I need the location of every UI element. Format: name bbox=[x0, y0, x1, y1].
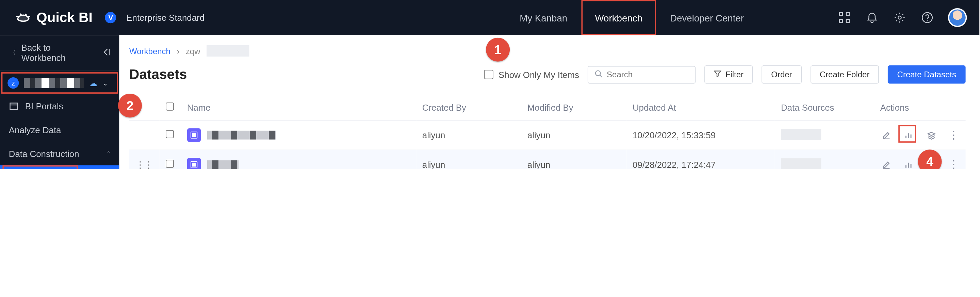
workspace-badge-icon: z bbox=[8, 77, 19, 89]
col-modified-by: Modified By bbox=[521, 95, 626, 121]
back-to-workbench[interactable]: 〈 Back to Workbench bbox=[0, 35, 119, 71]
datasets-table: Name Created By Modified By Updated At D… bbox=[129, 95, 966, 169]
chevron-left-icon: 〈 bbox=[9, 47, 16, 58]
create-folder-button[interactable]: Create Folder bbox=[810, 65, 879, 84]
filter-button[interactable]: Filter bbox=[705, 65, 753, 84]
brand-logo: Quick BI bbox=[15, 10, 92, 26]
svg-point-5 bbox=[922, 13, 932, 23]
cell-created-by: aliyun bbox=[416, 120, 521, 150]
chart-icon[interactable] bbox=[903, 129, 914, 141]
cell-data-source bbox=[781, 158, 821, 169]
sidebar: 〈 Back to Workbench z ☁ ⌄ 2 BI Portals A… bbox=[0, 35, 119, 169]
cell-data-source bbox=[781, 128, 821, 140]
dataset-name bbox=[207, 131, 276, 140]
annotation-bubble-1: 1 bbox=[486, 38, 510, 62]
svg-point-4 bbox=[898, 16, 901, 19]
more-icon[interactable]: ⋮ bbox=[948, 129, 959, 141]
search-input[interactable] bbox=[607, 70, 689, 79]
edit-icon[interactable] bbox=[880, 159, 891, 169]
svg-rect-1 bbox=[846, 13, 850, 16]
breadcrumb-current-prefix: zqw bbox=[186, 46, 200, 56]
back-label: Back to Workbench bbox=[21, 43, 97, 63]
sidebar-collapse-icon[interactable] bbox=[102, 47, 111, 58]
dataset-row-icon bbox=[187, 158, 201, 169]
svg-rect-14 bbox=[192, 133, 196, 137]
chevron-up-icon: ˄ bbox=[107, 150, 111, 158]
more-icon[interactable]: ⋮ bbox=[948, 159, 959, 169]
col-created-by: Created By bbox=[416, 95, 521, 121]
search-icon bbox=[595, 69, 603, 80]
dataset-name bbox=[207, 160, 239, 169]
page-head: Datasets Show Only My Items Filter Order… bbox=[129, 60, 966, 95]
col-name: Name bbox=[181, 95, 416, 121]
filter-icon bbox=[714, 70, 722, 79]
svg-point-12 bbox=[596, 70, 601, 76]
sidebar-group-data-construction[interactable]: Data Construction ˄ bbox=[0, 141, 119, 165]
brand: Quick BI V Enterprise Standard bbox=[15, 10, 205, 26]
header-right bbox=[837, 8, 967, 27]
create-datasets-button[interactable]: Create Datasets bbox=[888, 65, 966, 84]
svg-rect-2 bbox=[840, 19, 843, 22]
row-checkbox[interactable] bbox=[166, 130, 174, 138]
sidebar-item-datasets[interactable]: Datasets bbox=[0, 165, 119, 169]
tier-badge-icon: V bbox=[105, 12, 116, 23]
cell-modified-by: aliyun bbox=[521, 120, 626, 150]
apps-grid-icon[interactable] bbox=[837, 11, 851, 24]
page-toolbar: Show Only My Items Filter Order Create F… bbox=[484, 65, 966, 84]
workspace-name bbox=[24, 78, 84, 88]
avatar[interactable] bbox=[948, 8, 967, 27]
dataset-row-icon bbox=[187, 128, 201, 142]
drag-handle-icon[interactable]: ⋮⋮ bbox=[136, 160, 153, 169]
edit-icon[interactable] bbox=[880, 129, 891, 141]
cell-updated-at: 09/28/2022, 17:24:47 bbox=[626, 150, 775, 169]
help-icon[interactable] bbox=[920, 11, 934, 24]
nav-workbench[interactable]: Workbench bbox=[581, 0, 656, 35]
show-only-mine-checkbox[interactable]: Show Only My Items bbox=[484, 69, 579, 80]
chevron-right-icon: › bbox=[177, 46, 179, 56]
annotation-bubble-2: 2 bbox=[118, 94, 142, 118]
workspace-switcher[interactable]: z ☁ ⌄ bbox=[0, 71, 119, 95]
col-actions: Actions bbox=[874, 95, 966, 121]
sidebar-item-bi-portals[interactable]: BI Portals bbox=[0, 95, 119, 118]
cell-updated-at: 10/20/2022, 15:33:59 bbox=[626, 120, 775, 150]
portal-icon bbox=[9, 101, 19, 111]
annotation-box-3 bbox=[2, 165, 78, 169]
cell-modified-by: aliyun bbox=[521, 150, 626, 169]
workspace-cloud-icon: ☁ bbox=[89, 78, 97, 88]
content: Workbench › zqw Datasets Show Only My It… bbox=[119, 35, 980, 169]
bell-icon[interactable] bbox=[865, 11, 879, 24]
svg-rect-16 bbox=[192, 163, 196, 166]
breadcrumb: Workbench › zqw bbox=[129, 35, 966, 60]
cell-created-by: aliyun bbox=[416, 150, 521, 169]
svg-rect-3 bbox=[846, 19, 850, 22]
sidebar-item-label: BI Portals bbox=[25, 101, 63, 111]
breadcrumb-root[interactable]: Workbench bbox=[129, 46, 170, 56]
nav-developer-center[interactable]: Developer Center bbox=[656, 0, 758, 35]
svg-rect-0 bbox=[840, 13, 843, 16]
top-nav: My Kanban Workbench Developer Center bbox=[506, 0, 758, 35]
col-data-sources: Data Sources bbox=[775, 95, 874, 121]
search-input-wrapper[interactable] bbox=[588, 66, 696, 83]
row-checkbox[interactable] bbox=[166, 160, 174, 168]
svg-rect-6 bbox=[10, 103, 18, 109]
chevron-down-icon: ⌄ bbox=[102, 79, 108, 87]
order-button[interactable]: Order bbox=[762, 65, 802, 84]
table-row[interactable]: aliyun aliyun 10/20/2022, 15:33:59 ⋮ bbox=[129, 120, 966, 150]
chart-icon[interactable] bbox=[903, 159, 914, 169]
layers-icon[interactable] bbox=[926, 129, 937, 141]
col-updated-at: Updated At bbox=[626, 95, 775, 121]
brand-name: Quick BI bbox=[37, 10, 92, 26]
table-row[interactable]: ⋮⋮ aliyun aliyun 09/28/2022, 17:24:47 ⋮ bbox=[129, 150, 966, 169]
app-header: Quick BI V Enterprise Standard My Kanban… bbox=[0, 0, 979, 35]
sidebar-group-analyze: Analyze Data bbox=[0, 118, 119, 141]
nav-my-kanban[interactable]: My Kanban bbox=[506, 0, 581, 35]
page-title: Datasets bbox=[129, 66, 187, 83]
select-all-checkbox[interactable] bbox=[166, 102, 174, 111]
show-only-mine-input[interactable] bbox=[484, 70, 494, 79]
gear-icon[interactable] bbox=[893, 11, 907, 24]
tier-label: Enterprise Standard bbox=[126, 13, 205, 23]
breadcrumb-current-mask bbox=[207, 45, 249, 56]
